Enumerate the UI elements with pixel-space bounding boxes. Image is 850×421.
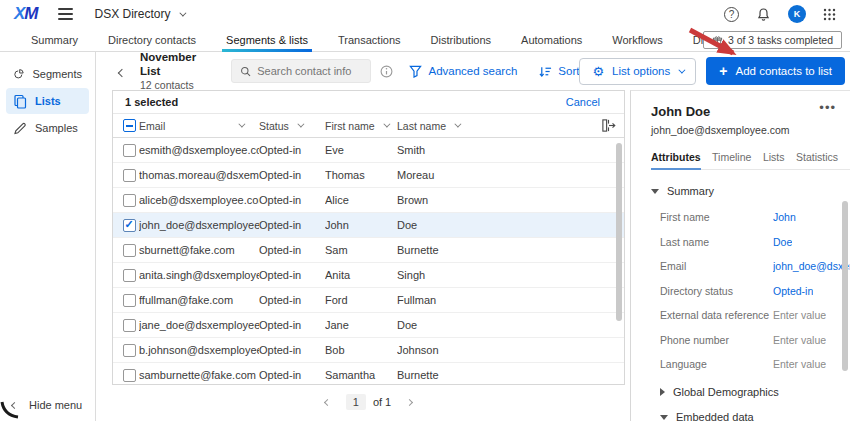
nav-tab[interactable]: Workflows xyxy=(597,28,678,51)
select-all-checkbox[interactable] xyxy=(123,119,136,132)
cell-email: esmith@dsxemployee.com xyxy=(139,144,259,156)
cell-last-name: Singh xyxy=(397,269,507,281)
nav-tab[interactable]: Automations xyxy=(506,28,597,51)
chevron-down-icon xyxy=(297,121,304,128)
attribute-value[interactable]: Doe xyxy=(773,236,792,248)
table-row[interactable]: esmith@dsxemployee.com Opted-in Eve Smit… xyxy=(113,138,624,163)
panel-scrollbar[interactable] xyxy=(842,201,848,371)
more-options-icon[interactable]: ••• xyxy=(819,104,836,112)
attribute-value[interactable]: Enter value xyxy=(773,358,826,370)
row-checkbox[interactable] xyxy=(123,144,136,157)
embedded-data-toggle[interactable]: Embedded data xyxy=(651,411,850,421)
column-header-status[interactable]: Status xyxy=(259,120,325,132)
attribute-value[interactable]: Enter value xyxy=(773,334,826,346)
column-header-last-name[interactable]: Last name xyxy=(397,120,507,132)
prev-page-icon[interactable] xyxy=(324,398,331,405)
table-row[interactable]: aliceb@dsxemployee.com Opted-in Alice Br… xyxy=(113,188,624,213)
row-checkbox[interactable] xyxy=(123,369,136,382)
sidebar-item-lists[interactable]: Lists xyxy=(6,88,89,114)
table-row[interactable]: john_doe@dsxemployee.... Opted-in John D… xyxy=(113,213,624,238)
manage-columns-icon[interactable] xyxy=(601,118,616,135)
list-name: November List xyxy=(140,51,217,79)
hamburger-menu-icon[interactable] xyxy=(58,8,73,20)
back-button[interactable] xyxy=(116,59,128,83)
attribute-value[interactable]: john_doe@dsxem... xyxy=(773,260,850,272)
row-checkbox[interactable] xyxy=(123,319,136,332)
summary-section-toggle[interactable]: Summary xyxy=(651,185,850,197)
segments-pie-icon xyxy=(13,67,24,81)
sort-icon xyxy=(539,65,552,78)
advanced-search-label: Advanced search xyxy=(428,65,517,77)
page-number-input[interactable]: 1 xyxy=(346,394,366,410)
nav-tab[interactable]: Segments & lists xyxy=(211,28,323,51)
attribute-value[interactable]: Enter value xyxy=(773,309,826,321)
row-checkbox[interactable] xyxy=(123,219,136,232)
table-row[interactable]: samburnette@fake.com Opted-in Samantha B… xyxy=(113,363,624,385)
row-checkbox[interactable] xyxy=(123,169,136,182)
xm-logo[interactable]: XM xyxy=(14,4,38,24)
user-avatar[interactable]: K xyxy=(788,5,806,23)
cell-email: jane_doe@dsxemployee.... xyxy=(139,319,259,331)
logo-x: X xyxy=(14,4,24,23)
attribute-label: External data reference xyxy=(660,309,773,321)
nav-tab[interactable]: Directory contacts xyxy=(93,28,211,51)
hide-menu-button[interactable]: Hide menu xyxy=(12,399,82,411)
panel-tab[interactable]: Timeline xyxy=(712,147,751,169)
directory-switcher[interactable]: DSX Directory xyxy=(95,7,184,21)
list-options-button[interactable]: ⚙ List options xyxy=(579,58,696,85)
table-row[interactable]: b.johnson@dsxemployee.... Opted-in Bob J… xyxy=(113,338,624,363)
nav-tab[interactable]: Distributions xyxy=(416,28,507,51)
row-checkbox[interactable] xyxy=(123,344,136,357)
table-row[interactable]: anita.singh@dsxemployee... Opted-in Anit… xyxy=(113,263,624,288)
tasks-completed-badge[interactable]: 3 of 3 tasks completed xyxy=(703,31,842,49)
attribute-row: Directory status Opted-in xyxy=(660,285,850,297)
advanced-search-button[interactable]: Advanced search xyxy=(409,65,517,78)
sidebar-item-label: Lists xyxy=(35,95,61,107)
next-page-icon[interactable] xyxy=(406,398,413,405)
cell-status: Opted-in xyxy=(259,369,325,381)
panel-tab-label: Statistics xyxy=(796,151,838,163)
row-checkbox[interactable] xyxy=(123,269,136,282)
global-demographics-toggle[interactable]: Global Demographics xyxy=(651,386,850,398)
row-checkbox[interactable] xyxy=(123,294,136,307)
search-input[interactable] xyxy=(257,65,362,77)
page-total-label: of 1 xyxy=(373,396,391,408)
table-scrollbar[interactable] xyxy=(616,143,622,321)
column-header-first-name[interactable]: First name xyxy=(325,120,397,132)
panel-tab[interactable]: Statistics xyxy=(796,147,838,169)
notifications-bell-icon[interactable] xyxy=(756,7,771,22)
sidebar-item-segments[interactable]: Segments xyxy=(6,61,89,87)
attribute-value[interactable]: Opted-in xyxy=(773,285,813,297)
cell-email: sburnett@fake.com xyxy=(139,244,259,256)
triangle-down-icon xyxy=(660,415,668,420)
chevron-down-icon xyxy=(454,121,461,128)
table-row[interactable]: sburnett@fake.com Opted-in Sam Burnette xyxy=(113,238,624,263)
help-icon[interactable]: ? xyxy=(724,7,739,22)
cell-last-name: Doe xyxy=(397,219,507,231)
add-contacts-button[interactable]: + Add contacts to list xyxy=(706,57,845,85)
column-header-email[interactable]: Email xyxy=(139,120,259,132)
nav-tab[interactable]: Summary xyxy=(16,28,93,51)
row-checkbox[interactable] xyxy=(123,244,136,257)
cell-status: Opted-in xyxy=(259,344,325,356)
nav-tab[interactable]: Transactions xyxy=(323,28,416,51)
attribute-row: Language Enter value xyxy=(660,358,850,370)
sort-button[interactable]: Sort xyxy=(539,65,579,78)
column-label: Status xyxy=(259,120,289,132)
cell-email: john_doe@dsxemployee.... xyxy=(139,219,259,231)
attribute-value[interactable]: John xyxy=(773,211,796,223)
table-row[interactable]: ffullman@fake.com Opted-in Ford Fullman xyxy=(113,288,624,313)
table-header-row: Email Status First name Last name xyxy=(113,114,624,138)
cancel-selection-link[interactable]: Cancel xyxy=(566,96,600,108)
panel-tab[interactable]: Lists xyxy=(763,147,785,169)
table-row[interactable]: thomas.moreau@dsxempl... Opted-in Thomas… xyxy=(113,163,624,188)
row-checkbox[interactable] xyxy=(123,194,136,207)
panel-tab[interactable]: Attributes xyxy=(651,147,701,169)
sidebar-item-samples[interactable]: Samples xyxy=(6,115,89,141)
attribute-row: External data reference Enter value xyxy=(660,309,850,321)
info-icon[interactable] xyxy=(380,65,393,78)
app-waffle-icon[interactable] xyxy=(823,8,836,21)
search-box[interactable] xyxy=(231,59,371,83)
table-row[interactable]: jane_doe@dsxemployee.... Opted-in Jane D… xyxy=(113,313,624,338)
contact-name: John Doe xyxy=(651,104,710,119)
